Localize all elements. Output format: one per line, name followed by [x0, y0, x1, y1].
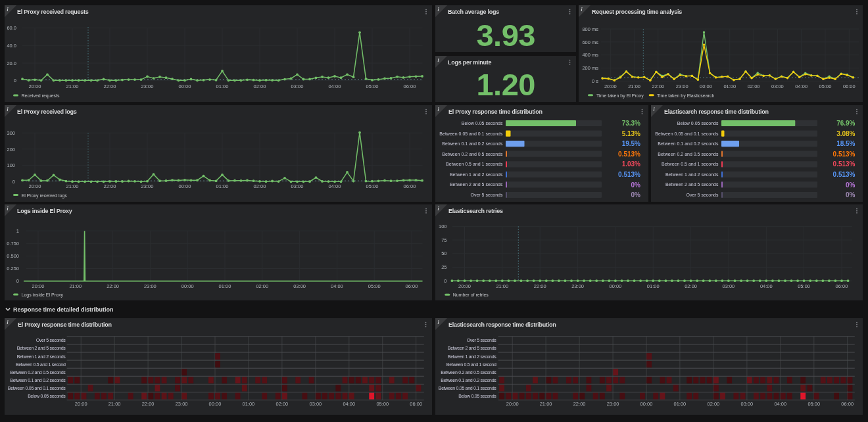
svg-text:Between 1 and 2 seconds: Between 1 and 2 seconds	[665, 172, 719, 177]
svg-text:20:00: 20:00	[506, 401, 519, 407]
svg-text:Between 2 and 5 seconds: Between 2 and 5 seconds	[17, 346, 66, 350]
svg-text:3.08%: 3.08%	[836, 130, 855, 137]
svg-text:04:00: 04:00	[795, 83, 808, 89]
svg-text:20:00: 20:00	[458, 283, 471, 289]
svg-text:0.513%: 0.513%	[833, 171, 856, 178]
svg-text:Logs inside El Proxy: Logs inside El Proxy	[17, 208, 72, 214]
svg-text:22:00: 22:00	[107, 283, 119, 289]
svg-text:02:00: 02:00	[254, 83, 266, 89]
svg-text:23:00: 23:00	[676, 83, 688, 89]
svg-text:600 ms: 600 ms	[582, 39, 598, 45]
svg-text:0: 0	[444, 278, 446, 284]
svg-text:21:00: 21:00	[496, 283, 508, 289]
svg-text:0.513%: 0.513%	[618, 151, 640, 158]
svg-text:Between 0.5 and 1 seconds: Between 0.5 and 1 seconds	[446, 162, 503, 166]
svg-text:Between 0.2 and 0.5 seconds: Between 0.2 and 0.5 seconds	[658, 152, 719, 156]
svg-text:01:00: 01:00	[647, 283, 660, 289]
svg-text:00:00: 00:00	[179, 83, 191, 89]
svg-text:0.750: 0.750	[7, 241, 19, 246]
svg-text:01:00: 01:00	[243, 401, 255, 407]
svg-text:Between 0.05 and 0.1 seconds: Between 0.05 and 0.1 seconds	[439, 386, 497, 390]
svg-text:04:00: 04:00	[329, 83, 341, 89]
svg-text:0.250: 0.250	[7, 266, 19, 271]
svg-text:02:00: 02:00	[685, 283, 697, 289]
svg-text:19.5%: 19.5%	[622, 140, 640, 147]
svg-text:Over 5 seconds: Over 5 seconds	[467, 338, 497, 342]
svg-text:00:00: 00:00	[610, 283, 622, 289]
svg-text:Below 0.05 seconds: Below 0.05 seconds	[458, 394, 496, 398]
svg-text:200: 200	[7, 147, 15, 152]
svg-text:00:00: 00:00	[179, 183, 191, 189]
svg-text:Between 0.1 and 0.2 seconds: Between 0.1 and 0.2 seconds	[441, 378, 496, 383]
svg-text:Over 5 seconds: Over 5 seconds	[36, 338, 66, 342]
svg-text:Time taken by Elasticsearch: Time taken by Elasticsearch	[657, 93, 714, 99]
svg-text:01:00: 01:00	[674, 401, 687, 407]
svg-text:73.3%: 73.3%	[622, 120, 640, 127]
svg-text:23:00: 23:00	[144, 283, 157, 289]
svg-text:3.93: 3.93	[476, 18, 535, 53]
svg-text:05:00: 05:00	[366, 183, 379, 189]
svg-text:Response time detailed distrib: Response time detailed distribution	[13, 306, 114, 313]
svg-text:Between 2 and 5 seconds: Between 2 and 5 seconds	[665, 182, 719, 187]
svg-text:Elasticsearch response time di: Elasticsearch response time distribution	[448, 321, 556, 328]
svg-text:Between 0.05 and 0.1 seconds: Between 0.05 and 0.1 seconds	[439, 131, 503, 136]
svg-text:02:00: 02:00	[276, 401, 289, 407]
svg-text:Between 0.5 and 1 seconds: Between 0.5 and 1 seconds	[662, 162, 719, 166]
svg-text:23:00: 23:00	[141, 183, 154, 189]
svg-text:Between 0.05 and 0.1 seconds: Between 0.05 and 0.1 seconds	[655, 131, 719, 136]
svg-text:0: 0	[12, 179, 15, 185]
svg-text:20:00: 20:00	[604, 83, 617, 89]
svg-text:El Proxy received logs: El Proxy received logs	[17, 108, 77, 115]
svg-text:75: 75	[441, 237, 446, 243]
svg-text:Between 0.2 and 0.5 seconds: Between 0.2 and 0.5 seconds	[10, 370, 66, 375]
svg-text:22:00: 22:00	[104, 183, 116, 189]
svg-text:01:00: 01:00	[723, 83, 736, 89]
svg-text:06:00: 06:00	[406, 283, 418, 289]
svg-text:21:00: 21:00	[108, 401, 121, 407]
svg-text:0.513%: 0.513%	[833, 160, 856, 168]
svg-text:00:00: 00:00	[181, 283, 194, 289]
svg-text:22:00: 22:00	[652, 83, 665, 89]
svg-text:00:00: 00:00	[640, 401, 653, 407]
svg-text:Between 0.1 and 0.2 seconds: Between 0.1 and 0.2 seconds	[442, 141, 503, 146]
svg-text:Between 1 and 2 seconds: Between 1 and 2 seconds	[450, 172, 503, 177]
svg-text:Time taken by El Proxy: Time taken by El Proxy	[596, 93, 644, 99]
svg-text:20:00: 20:00	[32, 283, 45, 289]
svg-text:06:00: 06:00	[843, 83, 856, 89]
svg-text:Between 0.5 and 1 second: Between 0.5 and 1 second	[446, 362, 496, 367]
svg-text:01:00: 01:00	[219, 283, 231, 289]
svg-text:18.5%: 18.5%	[836, 140, 855, 147]
svg-text:20:00: 20:00	[75, 401, 87, 407]
svg-text:03:00: 03:00	[310, 401, 322, 407]
svg-text:Below 0.05 seconds: Below 0.05 seconds	[28, 394, 66, 398]
svg-text:01:00: 01:00	[216, 83, 229, 89]
svg-text:Below 0.05 seconds: Below 0.05 seconds	[677, 121, 719, 126]
svg-text:23:00: 23:00	[571, 283, 584, 289]
svg-text:100: 100	[439, 223, 447, 229]
svg-text:04:00: 04:00	[329, 183, 341, 189]
svg-text:Between 2 and 5 seconds: Between 2 and 5 seconds	[448, 346, 496, 350]
svg-text:Batch average logs: Batch average logs	[448, 9, 499, 15]
svg-text:0: 0	[14, 78, 16, 83]
svg-text:22:00: 22:00	[534, 283, 546, 289]
svg-text:400 ms: 400 ms	[582, 52, 598, 58]
svg-text:0 s: 0 s	[592, 78, 598, 84]
svg-text:03:00: 03:00	[291, 183, 304, 189]
svg-text:20:00: 20:00	[29, 83, 41, 89]
svg-text:04:00: 04:00	[331, 283, 343, 289]
svg-text:Received requests: Received requests	[22, 93, 60, 99]
svg-text:Between 2 and 5 seconds: Between 2 and 5 seconds	[450, 182, 503, 187]
svg-text:El Proxy received logs: El Proxy received logs	[22, 193, 68, 199]
svg-text:40.0: 40.0	[7, 43, 16, 49]
svg-text:Below 0.05 seconds: Below 0.05 seconds	[462, 121, 503, 126]
svg-text:El Proxy response time distrib: El Proxy response time distribution	[18, 321, 112, 328]
svg-text:200 ms: 200 ms	[582, 65, 598, 71]
svg-text:25: 25	[441, 264, 446, 270]
svg-text:Over 5 seconds: Over 5 seconds	[470, 193, 503, 197]
svg-text:Between 0.1 and 0.2 seconds: Between 0.1 and 0.2 seconds	[658, 141, 719, 146]
svg-text:21:00: 21:00	[540, 401, 552, 407]
svg-text:23:00: 23:00	[141, 83, 154, 89]
svg-text:01:00: 01:00	[216, 183, 229, 189]
svg-text:100: 100	[7, 162, 15, 168]
svg-text:Between 1 and 2 seconds: Between 1 and 2 seconds	[448, 354, 496, 359]
